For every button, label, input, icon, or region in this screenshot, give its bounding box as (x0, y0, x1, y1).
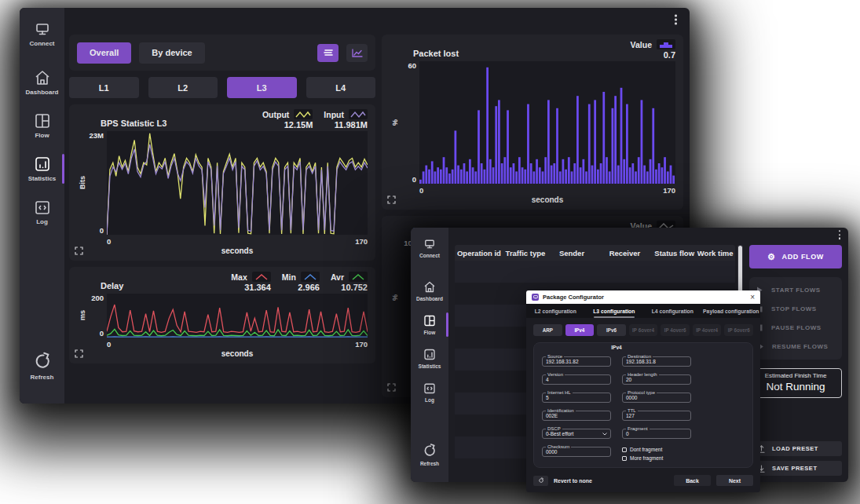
sidebar-item-log[interactable]: Log (20, 194, 64, 230)
dscp-select[interactable]: DSCP0-Best effort (542, 429, 611, 439)
expand-icon[interactable] (387, 195, 396, 204)
resume-flows-button[interactable]: RESUME FLOWS (756, 343, 835, 350)
statistics-icon (33, 155, 52, 173)
bar-swatch-icon (657, 39, 675, 49)
delay-chart-card: Delay Max 31.364 (69, 267, 375, 363)
tab-l1[interactable]: L1 (69, 77, 139, 98)
checkbox-icon (622, 447, 627, 452)
fragment-field[interactable]: Fragment0 (622, 429, 691, 439)
stop-flows-button[interactable]: STOP FLOWS (756, 305, 835, 312)
tab-l3[interactable]: L3 (227, 77, 297, 98)
load-preset-button[interactable]: LOAD PRESET (749, 441, 842, 456)
y-axis-unit: ms (79, 310, 86, 320)
pause-flows-button[interactable]: PAUSE FLOWS (756, 324, 835, 331)
window-titlebar (64, 8, 690, 31)
sidebar-item-flow[interactable]: Flow (20, 108, 64, 144)
dont-fragment-checkbox[interactable]: Dont fragment (622, 447, 691, 452)
sidebar-item-dashboard[interactable]: Dashboard (20, 64, 64, 100)
tab-l4-configuration[interactable]: L4 configuration (643, 304, 702, 318)
source-field[interactable]: Source192.168.31.82 (542, 356, 611, 367)
destination-field[interactable]: Destination192.168.31.8 (622, 356, 691, 367)
ipv4-form: IPv4 Source192.168.31.82 Destination192.… (533, 342, 753, 468)
table-row[interactable] (455, 261, 735, 283)
revert-refresh-button[interactable] (533, 476, 548, 486)
header-length-field[interactable]: Header length20 (622, 374, 691, 385)
expand-icon[interactable] (75, 349, 83, 358)
line-swatch-icon (349, 109, 368, 119)
identification-field[interactable]: Identification002E (542, 411, 611, 421)
protocol-arp-button[interactable]: ARP (533, 324, 562, 336)
col-work-time: Work time (695, 249, 735, 257)
tab-l2[interactable]: L2 (148, 77, 218, 98)
packet-lost-chart-card: Packet lost Value 0.7 (382, 35, 683, 210)
refresh-icon (32, 351, 53, 371)
flow-actions-panel: ⚙ ADD FLOW START FLOWS STOP FLOWS (749, 245, 842, 476)
ttl-field[interactable]: TTL127 (622, 411, 691, 421)
flow-window: Connect Dashboard Flow Statistics (411, 228, 848, 482)
back-button[interactable]: Back (674, 475, 711, 486)
sidebar-item-flow[interactable]: Flow (411, 309, 448, 340)
protocol-ip4over4-button: IP 4over4 (693, 324, 722, 336)
more-menu-icon[interactable] (675, 14, 677, 24)
tab-l4[interactable]: L4 (306, 77, 376, 98)
chart-view-button[interactable] (346, 44, 368, 62)
expand-icon[interactable] (387, 383, 396, 392)
tab-l2-configuration[interactable]: L2 configuration (526, 304, 585, 318)
sidebar-item-refresh[interactable]: Refresh (20, 346, 64, 385)
bps-plot (107, 131, 368, 235)
y-min-label: 0 (100, 226, 104, 235)
start-flows-button[interactable]: START FLOWS (756, 287, 835, 294)
sidebar-item-label: Connect (30, 40, 55, 47)
save-preset-button[interactable]: SAVE PRESET (749, 461, 842, 476)
chart-title: Packet lost (413, 49, 459, 60)
y-max-label: 60 (408, 61, 416, 70)
y-min-label: 0 (412, 175, 416, 184)
desktop: Connect Dashboard Flow Statistics (0, 0, 860, 504)
sidebar-item-label: Dashboard (26, 89, 59, 96)
by-device-button[interactable]: By device (139, 42, 204, 64)
y-axis-unit: % (391, 119, 399, 126)
chart-title: BPS Statistic L3 (101, 119, 167, 130)
protocol-ip6over6-button: IP 6over6 (724, 324, 753, 336)
col-status-flow: Status flow (653, 249, 695, 257)
sidebar-item-log[interactable]: Log (411, 377, 448, 407)
sidebar-item-statistics[interactable]: Statistics (20, 151, 64, 187)
add-flow-button[interactable]: ⚙ ADD FLOW (749, 245, 842, 268)
protocol-type-field[interactable]: Protocol type0000 (622, 393, 691, 403)
modal-titlebar: Package Configurator × (526, 290, 760, 304)
sidebar-item-connect[interactable]: Connect (20, 17, 64, 52)
delay-plot (107, 294, 368, 338)
table-header-row: Operation id Traffic type Sender Receive… (455, 245, 735, 261)
chevron-down-icon (602, 433, 607, 436)
version-field[interactable]: Version4 (542, 374, 611, 385)
tab-payload-configuration[interactable]: Payload configuration (702, 304, 761, 318)
overall-button[interactable]: Overall (77, 42, 131, 64)
checksum-field[interactable]: Checksum0000 (542, 447, 611, 457)
legend-input: Input 11.981M (324, 109, 368, 130)
protocol-ipv6-button[interactable]: IPv6 (597, 324, 626, 336)
revert-to-none-label[interactable]: Revert to none (554, 478, 592, 484)
sidebar: Connect Dashboard Flow Statistics (20, 8, 64, 404)
internet-hl-field[interactable]: Internet HL5 (542, 393, 611, 403)
connect-icon (423, 239, 437, 250)
list-view-icon (323, 49, 334, 57)
x-axis-label: seconds (107, 349, 368, 360)
next-button[interactable]: Next (716, 475, 753, 486)
more-fragment-checkbox[interactable]: More fragment (622, 455, 691, 461)
list-view-button[interactable] (317, 44, 339, 62)
expand-icon[interactable] (75, 247, 83, 255)
protocol-ipv4-button[interactable]: IPv4 (565, 324, 595, 336)
sidebar-item-label: Flow (424, 330, 436, 335)
close-icon[interactable]: × (750, 294, 755, 301)
gear-icon: ⚙ (767, 253, 775, 261)
peak-swatch-icon (349, 272, 368, 282)
sidebar-item-connect[interactable]: Connect (411, 234, 448, 263)
tab-l3-configuration[interactable]: L3 configuration (585, 304, 644, 318)
more-menu-icon[interactable] (839, 230, 840, 239)
sidebar-item-dashboard[interactable]: Dashboard (411, 276, 448, 306)
home-icon (33, 69, 52, 86)
sidebar-item-refresh[interactable]: Refresh (411, 438, 448, 471)
y-axis-unit: Bits (79, 176, 86, 189)
sidebar-item-statistics[interactable]: Statistics (411, 343, 448, 374)
home-icon (423, 280, 437, 294)
